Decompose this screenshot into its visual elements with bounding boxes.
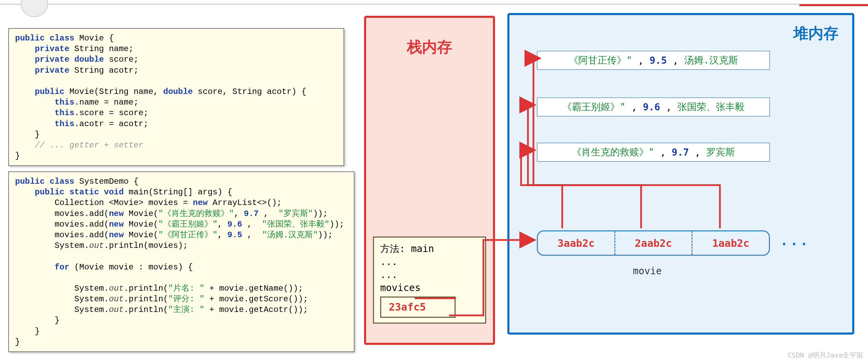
heap-object-2: 《霸王别姬》" , 9.6 , 张国荣、张丰毅	[537, 97, 770, 117]
watermark: CSDN @明月Java全宇宙	[788, 351, 863, 360]
stack-memory-box: 栈内存 方法: main ... ... movices 23afc5	[364, 16, 495, 345]
top-red-accent	[799, 4, 868, 6]
code-movie-class: public class Movie { private String name…	[8, 28, 344, 166]
stack-frame-main: 方法: main ... ... movices 23afc5	[373, 237, 486, 324]
obj-name: 《阿甘正传》"	[569, 54, 632, 67]
heap-array-movie: 3aab2c 2aab2c 1aab2c	[537, 230, 770, 256]
avatar	[21, 0, 48, 17]
code-systemdemo-class: public class SystemDemo { public static …	[8, 171, 354, 352]
obj-score: 9.5	[650, 55, 667, 66]
obj-name: 《霸王别姬》"	[562, 100, 626, 113]
heap-object-3: 《肖生克的救赎》" , 9.7 , 罗宾斯	[537, 143, 770, 162]
array-cell-2: 1aab2c	[692, 231, 769, 255]
obj-actor: 汤姆.汉克斯	[684, 54, 738, 67]
stack-title: 栈内存	[373, 37, 486, 57]
array-more-dots: ...	[780, 233, 810, 248]
heap-memory-box: 堆内存 《阿甘正传》" , 9.5 , 汤姆.汉克斯 《霸王别姬》" , 9.6…	[507, 13, 854, 335]
stack-var-name: movices	[380, 281, 479, 294]
top-strip	[0, 0, 868, 5]
obj-score: 9.6	[643, 101, 660, 113]
obj-actor: 罗宾斯	[706, 146, 735, 159]
stack-var-address: 23afc5	[380, 297, 456, 318]
obj-name: 《肖生克的救赎》"	[572, 146, 654, 159]
array-cell-1: 2aab2c	[615, 231, 693, 255]
stack-line: 方法: main	[380, 242, 479, 255]
obj-score: 9.7	[672, 147, 689, 158]
stack-line: ...	[380, 268, 479, 281]
array-cell-0: 3aab2c	[538, 231, 615, 255]
obj-actor: 张国荣、张丰毅	[677, 100, 745, 113]
heap-title: 堆内存	[793, 23, 839, 44]
array-label: movie	[633, 265, 662, 277]
heap-object-1: 《阿甘正传》" , 9.5 , 汤姆.汉克斯	[537, 51, 770, 70]
stack-line: ...	[380, 255, 479, 268]
